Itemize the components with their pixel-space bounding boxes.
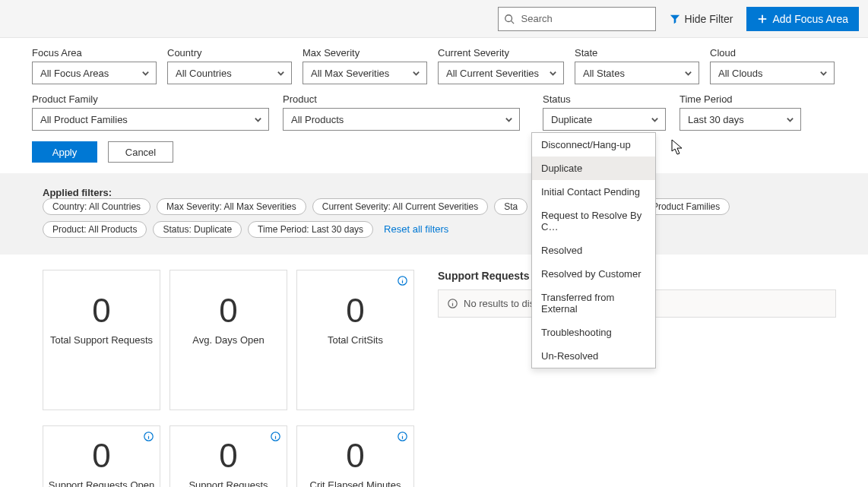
dropdown-item[interactable]: Troubleshooting [532, 321, 655, 344]
applied-filter-chip[interactable]: Country: All Countries [43, 198, 150, 215]
filter-select-cloud[interactable]: All Clouds [710, 62, 835, 84]
apply-button[interactable]: Apply [32, 141, 97, 163]
add-focus-label: Add Focus Area [772, 13, 848, 25]
chevron-down-icon [819, 69, 828, 77]
filter-value: Last 30 days [688, 114, 744, 125]
filter-label-country: Country [167, 47, 292, 59]
filter-value: All Max Severities [311, 68, 389, 79]
metric-card: 0Total CritSits [296, 270, 414, 410]
dropdown-item[interactable]: Resolved by Customer [532, 262, 655, 286]
chevron-down-icon [549, 69, 557, 77]
cancel-button[interactable]: Cancel [108, 141, 173, 163]
filter-value: All Products [291, 114, 344, 125]
metric-label: Support Requests Open >10 Days [43, 479, 160, 487]
svg-point-0 [505, 14, 512, 21]
filter-value: All Focus Areas [40, 68, 109, 79]
info-icon[interactable] [271, 431, 280, 441]
search-field[interactable] [498, 7, 656, 31]
status-dropdown-menu[interactable]: Disconnect/Hang-upDuplicateInitial Conta… [531, 132, 656, 368]
chevron-down-icon [141, 69, 150, 77]
filter-label-state: State [575, 47, 699, 59]
filter-select-product[interactable]: All Products [283, 108, 520, 131]
applied-filter-chip[interactable]: Product: All Products [43, 221, 147, 238]
chevron-down-icon [786, 115, 794, 124]
filter-label-product: Product [283, 93, 520, 105]
chevron-down-icon [684, 69, 692, 77]
metric-card: 0Avg. Days Open [169, 270, 287, 410]
reset-all-filters-link[interactable]: Reset all filters [384, 223, 448, 235]
metric-value: 0 [170, 437, 287, 475]
svg-line-1 [511, 21, 514, 24]
metric-label: Total CritSits [297, 334, 413, 347]
filter-value: All States [583, 68, 625, 79]
filter-value: Duplicate [551, 114, 592, 125]
chevron-down-icon [277, 69, 285, 77]
dropdown-item[interactable]: Request to Resolve By C… [532, 204, 655, 239]
filter-label-current-severity: Current Severity [438, 47, 564, 59]
filter-panel: Focus AreaAll Focus AreasCountryAll Coun… [0, 38, 868, 173]
filter-select-status[interactable]: Duplicate [543, 108, 666, 131]
filter-select-country[interactable]: All Countries [167, 62, 292, 84]
hide-filter-label: Hide Filter [685, 13, 733, 25]
info-icon[interactable] [398, 275, 407, 285]
metric-value: 0 [43, 437, 160, 475]
filter-select-time-period[interactable]: Last 30 days [680, 108, 801, 131]
search-input[interactable] [498, 7, 656, 31]
metric-value: 0 [43, 292, 160, 330]
dropdown-item[interactable]: Initial Contact Pending [532, 180, 655, 204]
metric-card: 0Support Requests Without Contact >3 [169, 425, 287, 487]
no-results-text: No results to dis [464, 298, 534, 309]
chevron-down-icon [505, 115, 513, 124]
applied-filters-bar: Applied filters: Country: All CountriesM… [0, 173, 868, 255]
filter-label-time-period: Time Period [680, 93, 801, 105]
info-icon[interactable] [144, 431, 154, 441]
filter-select-current-severity[interactable]: All Current Severities [438, 62, 564, 84]
hide-filter-button[interactable]: Hide Filter [665, 13, 738, 25]
chevron-down-icon [651, 115, 659, 124]
chevron-down-icon [412, 69, 420, 77]
metric-label: Support Requests Without Contact >3 [170, 479, 287, 487]
metric-value: 0 [170, 292, 287, 330]
filter-select-max-severity[interactable]: All Max Severities [303, 62, 427, 84]
filter-label-focus-area: Focus Area [32, 47, 157, 59]
metric-label: Avg. Days Open [170, 334, 287, 347]
metrics-column: 0Total Support Requests0Avg. Days Open0T… [43, 270, 423, 487]
filter-value: All Clouds [718, 68, 763, 79]
search-icon [504, 14, 515, 24]
filter-label-cloud: Cloud [710, 47, 835, 59]
dropdown-item[interactable]: Duplicate [532, 157, 655, 180]
filter-select-state[interactable]: All States [575, 62, 699, 84]
applied-filters-label: Applied filters: [43, 187, 112, 198]
add-focus-area-button[interactable]: Add Focus Area [746, 7, 859, 31]
metric-label: Total Support Requests [43, 334, 160, 347]
plus-icon [757, 14, 768, 24]
metric-value: 0 [297, 292, 413, 330]
applied-filter-chip[interactable]: Status: Duplicate [153, 221, 242, 238]
metric-label: Crit Elapsed Minutes [297, 479, 413, 487]
metric-value: 0 [297, 437, 413, 475]
filter-select-focus-area[interactable]: All Focus Areas [32, 62, 157, 84]
metric-card: 0Total Support Requests [43, 270, 160, 410]
main-content: 0Total Support Requests0Avg. Days Open0T… [0, 255, 868, 487]
filter-value: All Product Families [40, 114, 128, 125]
applied-filter-chip[interactable]: Current Severity: All Current Severities [312, 198, 488, 215]
filter-icon [670, 14, 680, 24]
metric-card: 0Support Requests Open >10 Days [43, 425, 160, 487]
filter-label-status: Status [543, 93, 666, 105]
filter-label-max-severity: Max Severity [303, 47, 427, 59]
dropdown-item[interactable]: Transferred from External [532, 286, 655, 321]
chevron-down-icon [254, 115, 262, 124]
applied-filter-chip[interactable]: Max Severity: All Max Severities [157, 198, 306, 215]
applied-filter-chip[interactable]: Sta [494, 198, 527, 215]
dropdown-item[interactable]: Un-Resolved [532, 344, 655, 368]
info-icon [448, 299, 458, 308]
filter-select-product-family[interactable]: All Product Families [32, 108, 269, 131]
info-icon[interactable] [398, 431, 407, 441]
dropdown-item[interactable]: Disconnect/Hang-up [532, 133, 655, 157]
topbar: Hide Filter Add Focus Area [0, 0, 868, 38]
filter-label-product-family: Product Family [32, 93, 269, 105]
filter-value: All Current Severities [446, 68, 539, 79]
applied-filter-chip[interactable]: Time Period: Last 30 days [248, 221, 373, 238]
filter-value: All Countries [176, 68, 232, 79]
dropdown-item[interactable]: Resolved [532, 239, 655, 262]
